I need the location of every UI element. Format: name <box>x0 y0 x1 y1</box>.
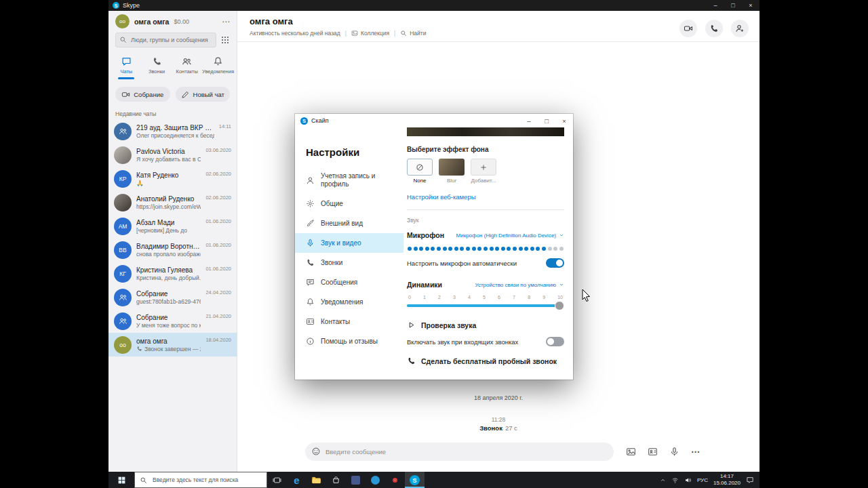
contact-card-button[interactable] <box>648 447 658 457</box>
tray-expand-icon[interactable] <box>660 477 666 483</box>
dialog-maximize-button[interactable]: □ <box>538 114 555 127</box>
settings-nav-notifications[interactable]: Уведомления <box>295 292 403 312</box>
activity-status: Активность несколько дней назад <box>250 30 340 37</box>
tab-contacts[interactable]: Контакты <box>172 53 202 82</box>
settings-nav-appearance[interactable]: Внешний вид <box>295 214 403 233</box>
phone-icon <box>407 357 416 365</box>
bg-effect-none[interactable]: None <box>407 159 433 184</box>
settings-nav-audio-video[interactable]: Звук и видео <box>295 233 403 253</box>
taskbar-search-input[interactable] <box>151 476 262 484</box>
chat-name: Владимир Воротников <box>136 243 201 250</box>
tab-calls[interactable]: Звонки <box>142 53 172 82</box>
chat-list-item[interactable]: Собрание У меня тоже вопрос по ка... 21.… <box>108 309 237 333</box>
chat-list-item[interactable]: оо омга омга Звонок завершен — 27 с 18.0… <box>108 333 237 357</box>
chat-list-item[interactable]: КГ Кристина Гуляева Кристина, день добры… <box>108 262 237 285</box>
dialpad-button[interactable] <box>220 35 230 45</box>
taskbar-search[interactable] <box>134 472 267 488</box>
close-button[interactable]: × <box>742 0 760 11</box>
profile-name[interactable]: омга омга <box>134 18 169 26</box>
taskbar-app-pinned-3[interactable] <box>385 472 405 488</box>
language-indicator[interactable]: РУС <box>697 477 708 483</box>
gallery-link[interactable]: Коллекция <box>351 30 389 37</box>
taskbar-app-skype[interactable]: S <box>405 472 425 488</box>
minimize-button[interactable]: – <box>707 0 724 11</box>
taskbar: e S РУС 14:17 15.06.2020 <box>108 472 760 488</box>
speakers-device-select[interactable]: Устройство связи по умолчанию <box>475 282 564 288</box>
settings-nav-account[interactable]: Учетная запись и профиль <box>295 167 403 194</box>
message-box[interactable] <box>305 443 614 461</box>
speaker-volume-slider[interactable] <box>407 301 564 310</box>
search-input[interactable] <box>115 33 216 47</box>
settings-nav-contacts[interactable]: Контакты <box>295 312 403 331</box>
settings-nav-help[interactable]: Помощь и отзывы <box>295 331 403 351</box>
taskbar-app-pinned-2[interactable] <box>366 472 385 488</box>
chat-list-item[interactable]: Анатолий Руденко https://join.skype.com/… <box>108 190 237 214</box>
network-icon[interactable] <box>671 476 679 484</box>
profile-avatar[interactable]: оо <box>115 14 130 28</box>
speaker-slider-handle[interactable] <box>555 301 564 310</box>
bg-effect-blur[interactable]: Blur <box>439 159 465 184</box>
chat-time: 01.06.2020 <box>205 218 231 224</box>
chat-list-item[interactable]: Собрание guest:780fab1b-a629-476a-... 24… <box>108 285 237 309</box>
task-view-button[interactable] <box>267 472 287 488</box>
dialpad-icon <box>220 35 230 45</box>
mic-level-dot <box>548 247 552 251</box>
dialog-close-button[interactable]: × <box>555 114 573 127</box>
free-call-label: Сделать бесплатный пробный звонок <box>421 357 557 365</box>
camera-preview <box>407 127 564 136</box>
message-input[interactable] <box>305 443 614 461</box>
dialog-minimize-button[interactable]: – <box>520 114 538 127</box>
chat-list-item[interactable]: 219 ауд. Защита ВКР 2020 Олег присоединя… <box>108 119 237 143</box>
slider-tick-label: 9 <box>542 295 545 300</box>
volume-icon[interactable] <box>684 476 692 484</box>
taskbar-app-pinned-1[interactable] <box>346 472 366 488</box>
desktop-screen: S Skype – □ × оо омга омга $0.00 ⋯ <box>108 0 760 488</box>
microphone-device-select[interactable]: Микрофон (High Definition Audio Device) <box>456 232 564 239</box>
chat-time: 02.06.2020 <box>205 171 231 177</box>
emoji-button[interactable] <box>311 447 321 456</box>
taskbar-app-edge[interactable]: e <box>287 472 307 488</box>
find-link[interactable]: Найти <box>400 30 426 37</box>
chat-list-item[interactable]: АМ Абзал Мади [черновик] День до 01.06.2… <box>108 214 237 238</box>
chat-list-item[interactable]: Pavlova Victoria Я хочу добавить вас в С… <box>108 143 237 167</box>
blur-thumbnail <box>439 159 465 176</box>
chat-list-item[interactable]: КР Катя Руденко 🙏 02.06.2020 <box>108 167 237 190</box>
new-chat-button[interactable]: Новый чат <box>176 87 231 102</box>
more-menu-button[interactable]: ⋯ <box>222 18 230 25</box>
chat-preview: guest:780fab1b-a629-476a-... <box>136 298 201 305</box>
bg-effect-add[interactable]: Добавит... <box>471 159 496 184</box>
taskbar-app-store[interactable] <box>326 472 346 488</box>
mic-auto-toggle[interactable] <box>546 258 564 268</box>
mic-level-dot <box>454 247 458 251</box>
settings-nav-messaging[interactable]: Сообщения <box>295 272 403 292</box>
voice-message-button[interactable] <box>669 447 679 457</box>
chat-list-item[interactable]: ВВ Владимир Воротников снова пропало изо… <box>108 238 237 262</box>
mic-level-dot <box>466 247 470 251</box>
search-box[interactable] <box>115 33 216 47</box>
plus-icon <box>479 163 488 171</box>
composer-more-button[interactable]: ⋯ <box>691 449 700 455</box>
free-test-call-button[interactable]: Сделать бесплатный пробный звонок <box>407 357 564 365</box>
test-sound-button[interactable]: Проверка звука <box>407 321 564 329</box>
tab-notifications[interactable]: Уведомления <box>202 53 234 82</box>
chat-time: 03.06.2020 <box>205 147 231 153</box>
audio-call-button[interactable] <box>705 20 723 37</box>
maximize-button[interactable]: □ <box>724 0 742 11</box>
person-icon <box>306 176 315 185</box>
add-people-button[interactable] <box>731 20 749 37</box>
video-call-button[interactable] <box>679 20 697 37</box>
settings-nav-calling[interactable]: Звонки <box>295 253 403 272</box>
taskbar-clock[interactable]: 14:17 15.06.2020 <box>713 473 741 487</box>
mic-level-dot <box>419 247 423 251</box>
taskbar-app-explorer[interactable] <box>307 472 326 488</box>
tab-chats[interactable]: Чаты <box>111 53 142 82</box>
start-button[interactable] <box>108 472 134 488</box>
chat-time: 01.06.2020 <box>205 266 231 272</box>
meet-now-button[interactable]: Собрание <box>115 87 170 102</box>
settings-nav-general[interactable]: Общие <box>295 194 403 214</box>
action-center-icon[interactable] <box>746 476 754 484</box>
call-event[interactable]: Звонок27 с <box>479 424 517 432</box>
media-button[interactable] <box>626 447 636 457</box>
webcam-settings-link[interactable]: Настройки веб-камеры <box>407 193 564 201</box>
ring-toggle[interactable] <box>546 337 564 346</box>
